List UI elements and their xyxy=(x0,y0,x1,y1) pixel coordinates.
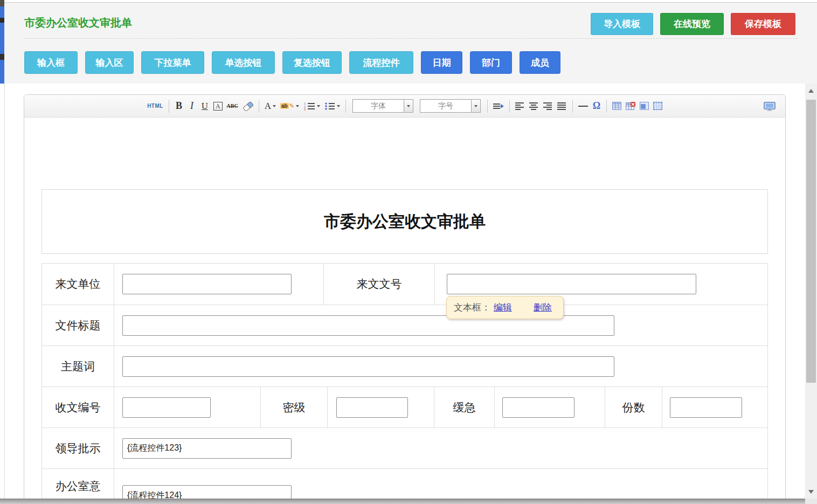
boxed-a-glyph: A xyxy=(213,102,223,111)
cell-copies xyxy=(662,387,767,427)
scrollbar-thumb[interactable] xyxy=(806,100,816,383)
subject-words-input[interactable] xyxy=(122,356,614,377)
horizontal-scrollbar[interactable] xyxy=(0,499,817,504)
dropdown-caret xyxy=(337,105,340,107)
table-row: 领导批示 xyxy=(42,427,767,468)
down-arrow-icon xyxy=(808,490,814,494)
cell-doc-title xyxy=(114,305,767,346)
import-template-button[interactable]: 导入模板 xyxy=(591,13,653,35)
widget-button-radio[interactable]: 单选按钮 xyxy=(212,51,275,74)
editor-document[interactable]: 市委办公室收文审批单 来文单位 来文文号 文件标题 xyxy=(24,189,785,499)
strikethrough-icon[interactable]: ABC xyxy=(225,99,240,113)
dropdown-caret xyxy=(474,105,477,107)
save-template-button[interactable]: 保存模板 xyxy=(731,13,795,35)
table-properties-icon[interactable] xyxy=(652,99,664,113)
italic-icon[interactable]: I xyxy=(186,99,198,113)
toolbar-separator xyxy=(487,100,488,113)
font-size-select[interactable]: 字号 xyxy=(420,99,481,113)
table-row: 文件标题 xyxy=(42,305,767,346)
justify-icon[interactable] xyxy=(556,99,569,113)
widget-toolbar: 输入框 输入区 下拉菜单 单选按钮 复选按钮 流程控件 日期 部门 成员 xyxy=(24,51,560,74)
fullscreen-icon[interactable] xyxy=(762,99,777,113)
background-page-edge xyxy=(0,0,4,84)
unordered-list-icon[interactable] xyxy=(323,99,342,113)
scroll-up-button[interactable] xyxy=(805,84,817,98)
toolbar-separator xyxy=(572,100,573,113)
insert-table-icon[interactable] xyxy=(611,99,623,113)
widget-button-checkbox[interactable]: 复选按钮 xyxy=(282,51,342,74)
cell-source-unit xyxy=(114,264,323,305)
widget-button-member[interactable]: 成员 xyxy=(520,51,560,74)
widget-button-input-box[interactable]: 输入框 xyxy=(24,51,78,74)
form-table: 来文单位 来文文号 文件标题 主题词 xyxy=(41,263,768,499)
align-center-icon[interactable] xyxy=(528,99,541,113)
font-box-icon[interactable]: A xyxy=(212,99,224,113)
align-left-icon[interactable] xyxy=(514,99,527,113)
widget-button-flow-control[interactable]: 流程控件 xyxy=(349,51,413,74)
widget-button-dropdown[interactable]: 下拉菜单 xyxy=(141,51,204,74)
edit-link[interactable]: 编辑 xyxy=(494,301,512,314)
font-family-value: 字体 xyxy=(352,99,404,113)
bold-icon[interactable]: B xyxy=(173,99,185,113)
form-title: 市委办公室收文审批单 xyxy=(324,211,486,233)
table-row: 来文单位 来文文号 xyxy=(42,264,767,305)
cell-office-opinion xyxy=(114,469,767,499)
highlight-color-icon[interactable]: ab✎ xyxy=(279,99,301,113)
toolbar-separator xyxy=(509,100,510,113)
source-unit-input[interactable] xyxy=(122,274,292,294)
label-doc-number: 来文文号 xyxy=(323,264,434,305)
editor-canvas: HTML B I U A ABC A ab✎ 123 字体 xyxy=(4,84,805,499)
font-color-icon[interactable]: A xyxy=(263,99,278,113)
table-row: 收文编号 密级 缓急 份数 xyxy=(42,386,767,427)
dropdown-caret xyxy=(317,105,320,107)
widget-button-department[interactable]: 部门 xyxy=(470,51,512,74)
font-size-dropdown-button[interactable] xyxy=(472,99,481,113)
vertical-scrollbar[interactable] xyxy=(805,84,817,499)
background-fragment xyxy=(0,54,4,60)
header-actions: 导入模板 在线预览 保存模板 xyxy=(591,13,795,35)
toolbar-separator xyxy=(169,100,169,113)
eraser-icon[interactable] xyxy=(241,99,255,113)
scroll-down-button[interactable] xyxy=(805,485,817,499)
cell-subject-words xyxy=(114,346,767,386)
secrecy-level-input[interactable] xyxy=(336,397,408,418)
hr-glyph xyxy=(578,106,588,107)
editor-toolbar: HTML B I U A ABC A ab✎ 123 字体 xyxy=(24,95,785,118)
font-family-dropdown-button[interactable] xyxy=(404,99,413,113)
office-opinion-input[interactable] xyxy=(122,485,292,499)
cell-urgency xyxy=(494,387,605,427)
cell-receipt-number xyxy=(114,387,260,427)
label-secrecy-level: 密级 xyxy=(260,387,327,427)
urgency-input[interactable] xyxy=(502,397,574,418)
ordered-list-icon[interactable]: 123 xyxy=(302,99,322,113)
scrollbar-corner xyxy=(805,499,817,504)
quick-format-icon[interactable] xyxy=(491,99,506,113)
label-subject-words: 主题词 xyxy=(42,346,114,386)
label-doc-title: 文件标题 xyxy=(42,305,114,346)
table-row: 办公室意 xyxy=(42,468,767,499)
leader-comments-input[interactable] xyxy=(122,438,292,459)
copies-input[interactable] xyxy=(670,397,742,418)
horizontal-rule-icon[interactable] xyxy=(577,99,590,113)
delete-link[interactable]: 删除 xyxy=(534,301,552,314)
online-preview-button[interactable]: 在线预览 xyxy=(660,13,724,35)
doc-number-input[interactable] xyxy=(447,274,696,294)
table-row: 主题词 xyxy=(42,346,767,386)
delete-table-icon[interactable] xyxy=(624,99,637,113)
underline-icon[interactable]: U xyxy=(199,99,211,113)
background-fragment xyxy=(0,18,4,23)
background-fragment xyxy=(0,0,4,6)
cell-leader-comments xyxy=(114,428,767,468)
html-source-icon[interactable]: HTML xyxy=(146,99,165,113)
pencil-glyph: ✎ xyxy=(289,102,294,109)
special-char-icon[interactable]: Ω xyxy=(591,99,603,113)
label-source-unit: 来文单位 xyxy=(42,264,114,305)
font-color-glyph: A xyxy=(265,101,271,112)
cell-properties-icon[interactable] xyxy=(638,99,650,113)
label-receipt-number: 收文编号 xyxy=(42,387,114,427)
font-family-select[interactable]: 字体 xyxy=(352,99,413,113)
widget-button-date[interactable]: 日期 xyxy=(421,51,462,74)
align-right-icon[interactable] xyxy=(542,99,555,113)
receipt-number-input[interactable] xyxy=(122,397,211,418)
widget-button-input-area[interactable]: 输入区 xyxy=(85,51,134,74)
